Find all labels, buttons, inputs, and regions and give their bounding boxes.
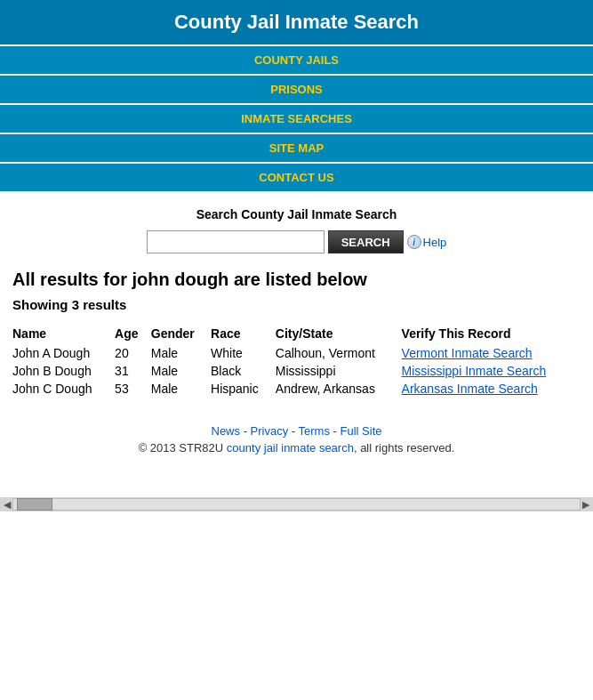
- cell-row0-col1: 20: [115, 344, 151, 362]
- search-input[interactable]: [147, 230, 325, 253]
- nav-item-prisons[interactable]: PRISONS: [0, 76, 593, 103]
- nav-item-contact-us[interactable]: CONTACT US: [0, 164, 593, 191]
- cell-row1-col2: Male: [151, 362, 211, 380]
- cell-row2-col4: Andrew, Arkansas: [276, 380, 402, 398]
- footer-link-privacy[interactable]: Privacy: [251, 424, 289, 438]
- verify-link-row-0[interactable]: Vermont Inmate Search: [402, 346, 533, 360]
- cell-row0-col2: Male: [151, 344, 211, 362]
- table-row: John B Dough31MaleBlackMississippiMissis…: [12, 362, 581, 380]
- col-race: Race: [211, 325, 276, 344]
- footer-sep-3: -: [333, 424, 341, 438]
- scroll-thumb[interactable]: [17, 498, 52, 511]
- results-heading: All results for john dough are listed be…: [12, 270, 581, 290]
- cell-row0-col0: John A Dough: [12, 344, 115, 362]
- copyright-end: , all rights reserved.: [354, 441, 454, 455]
- copyright-link[interactable]: county jail inmate search: [227, 441, 354, 455]
- scroll-left-arrow[interactable]: ◀: [4, 499, 11, 511]
- search-label: Search County Jail Inmate Search: [9, 207, 584, 221]
- nav-item-county-jails[interactable]: COUNTY JAILS: [0, 46, 593, 74]
- scroll-right-arrow[interactable]: ▶: [582, 499, 589, 511]
- col-verify: Verify This Record: [402, 325, 581, 344]
- footer-link-terms[interactable]: Terms: [299, 424, 330, 438]
- scroll-track[interactable]: [12, 498, 581, 511]
- results-section: All results for john dough are listed be…: [0, 261, 593, 406]
- footer: News - Privacy - Terms - Full Site © 201…: [0, 406, 593, 462]
- copyright-text: © 2013 STR82U: [139, 441, 227, 455]
- footer-sep-1: -: [244, 424, 251, 438]
- cell-row1-col0: John B Dough: [12, 362, 115, 380]
- col-name: Name: [12, 325, 115, 344]
- nav-link-county-jails[interactable]: COUNTY JAILS: [0, 46, 593, 74]
- cell-row1-col1: 31: [115, 362, 151, 380]
- header-title: County Jail Inmate Search: [174, 11, 419, 33]
- nav-item-site-map[interactable]: SITE MAP: [0, 134, 593, 162]
- footer-link-full-site[interactable]: Full Site: [341, 424, 382, 438]
- results-table: Name Age Gender Race City/State Verify T…: [12, 325, 581, 398]
- table-header-row: Name Age Gender Race City/State Verify T…: [12, 325, 581, 344]
- results-count: Showing 3 results: [12, 297, 581, 312]
- verify-link-row-1[interactable]: Mississippi Inmate Search: [402, 364, 547, 378]
- horizontal-scrollbar[interactable]: ◀ ▶: [0, 497, 593, 511]
- footer-link-news[interactable]: News: [212, 424, 241, 438]
- nav-link-site-map[interactable]: SITE MAP: [0, 134, 593, 162]
- footer-copyright: © 2013 STR82U county jail inmate search,…: [9, 441, 584, 455]
- cell-row1-col4: Mississippi: [276, 362, 402, 380]
- results-tbody: John A Dough20MaleWhiteCalhoun, VermontV…: [12, 344, 581, 398]
- cell-row0-col3: White: [211, 344, 276, 362]
- table-row: John A Dough20MaleWhiteCalhoun, VermontV…: [12, 344, 581, 362]
- col-gender: Gender: [151, 325, 211, 344]
- cell-row2-col2: Male: [151, 380, 211, 398]
- verify-link-row-2[interactable]: Arkansas Inmate Search: [402, 382, 538, 396]
- search-section: Search County Jail Inmate Search SEARCH …: [0, 193, 593, 261]
- navigation: COUNTY JAILS PRISONS INMATE SEARCHES SIT…: [0, 46, 593, 191]
- nav-item-inmate-searches[interactable]: INMATE SEARCHES: [0, 105, 593, 133]
- col-city-state: City/State: [276, 325, 402, 344]
- cell-row2-col1: 53: [115, 380, 151, 398]
- cell-row2-col3: Hispanic: [211, 380, 276, 398]
- nav-link-prisons[interactable]: PRISONS: [0, 76, 593, 103]
- footer-sep-2: -: [292, 424, 299, 438]
- col-age: Age: [115, 325, 151, 344]
- cell-row1-col3: Black: [211, 362, 276, 380]
- search-button[interactable]: SEARCH: [328, 230, 404, 253]
- cell-row2-col0: John C Dough: [12, 380, 115, 398]
- table-row: John C Dough53MaleHispanicAndrew, Arkans…: [12, 380, 581, 398]
- help-link[interactable]: i Help: [407, 235, 447, 249]
- help-icon: i: [407, 235, 421, 249]
- help-label: Help: [423, 236, 447, 249]
- page-header: County Jail Inmate Search: [0, 0, 593, 44]
- search-form: SEARCH i Help: [9, 230, 584, 253]
- footer-links: News - Privacy - Terms - Full Site: [9, 424, 584, 438]
- nav-link-contact-us[interactable]: CONTACT US: [0, 164, 593, 191]
- cell-row0-col4: Calhoun, Vermont: [276, 344, 402, 362]
- nav-link-inmate-searches[interactable]: INMATE SEARCHES: [0, 105, 593, 133]
